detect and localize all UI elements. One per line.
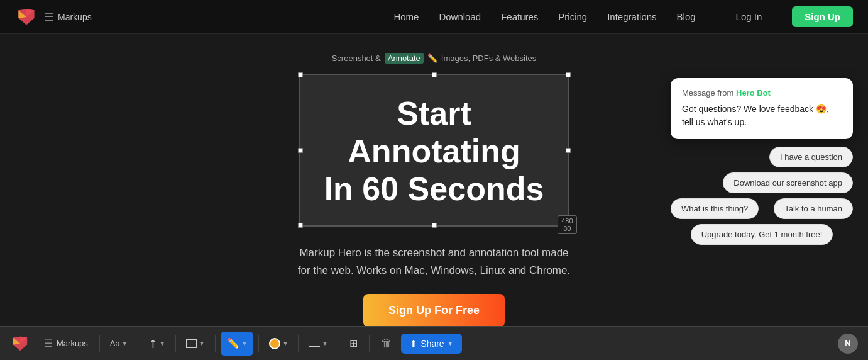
toolbar-crop-tool[interactable]: ⊞: [343, 332, 364, 356]
corner-handle-tr[interactable]: [566, 72, 571, 77]
nav-login[interactable]: Log In: [736, 11, 762, 22]
chat-header-prefix: Message from: [682, 88, 733, 98]
nav-blog[interactable]: Blog: [677, 11, 696, 22]
logo-text: ☰ Markups: [44, 10, 92, 24]
corner-handle-mr[interactable]: [566, 148, 571, 153]
chat-option-question[interactable]: I have a question: [769, 147, 853, 167]
toolbar-divider-8: [369, 335, 370, 352]
toolbar-line-tool[interactable]: ▼: [304, 332, 332, 356]
chat-options: I have a question Download our screensho…: [671, 147, 853, 245]
line-tool-dropdown-icon: ▼: [322, 340, 327, 347]
toolbar-markups-text: Markups: [57, 339, 88, 348]
nav-pricing[interactable]: Pricing: [558, 11, 587, 22]
chat-hero-bot-label: Hero Bot: [736, 88, 771, 98]
layers-icon: ☰: [44, 10, 54, 24]
pen-tool-dropdown-icon: ▼: [242, 340, 248, 347]
subtitle-after: Images, PDFs & Websites: [441, 53, 536, 63]
trash-icon: 🗑: [381, 337, 392, 350]
toolbar-divider-6: [298, 335, 299, 352]
toolbar-markups-label: ☰ Markups: [38, 337, 94, 349]
chat-option-download[interactable]: Download our screenshot app: [723, 172, 853, 193]
toolbar-divider-4: [215, 335, 216, 352]
corner-handle-tm[interactable]: [432, 72, 437, 77]
pencil-icon: ✏️: [427, 53, 437, 63]
corner-handle-bm[interactable]: [432, 223, 437, 228]
line-icon: [309, 346, 320, 347]
hero-box: Start Annotating In 60 Seconds 48080: [299, 74, 569, 227]
hero-title: Start Annotating In 60 Seconds: [316, 95, 553, 208]
corner-handle-ml[interactable]: [298, 148, 303, 153]
corner-handle-tl[interactable]: [298, 72, 303, 77]
pen-icon: ✏️: [227, 337, 239, 349]
share-label: Share: [420, 339, 444, 349]
toolbar-rect-tool[interactable]: ▼: [181, 332, 210, 356]
toolbar-divider-7: [338, 335, 338, 352]
nav-download[interactable]: Download: [439, 11, 481, 22]
arrow-icon: ↗: [145, 335, 161, 351]
rect-icon: [186, 339, 197, 348]
nav-features[interactable]: Features: [501, 11, 538, 22]
nav-signup-button[interactable]: Sign Up: [792, 6, 853, 27]
color-dot: [269, 338, 280, 349]
hero-description: Markup Hero is the screenshot and annota…: [296, 244, 573, 278]
corner-handle-bl[interactable]: [298, 223, 303, 228]
nav-integrations[interactable]: Integrations: [607, 11, 656, 22]
bottom-toolbar: ☰ Markups Aa ▼ ↗ ▼ ▼ ✏️ ▼ ▼ ▼ ⊞: [0, 326, 868, 360]
chat-message-text: Got questions? We love feedback 😍, tell …: [682, 103, 842, 129]
arrow-tool-dropdown-icon: ▼: [160, 340, 165, 347]
color-dropdown-icon: ▼: [282, 340, 288, 347]
toolbar-arrow-tool[interactable]: ↗ ▼: [143, 332, 170, 356]
navbar: ☰ Markups Home Download Features Pricing…: [0, 0, 868, 34]
user-avatar[interactable]: N: [838, 334, 858, 354]
toolbar-share-button[interactable]: ⬆ Share ▼: [401, 334, 461, 354]
crop-icon: ⊞: [349, 337, 358, 349]
chat-option-upgrade[interactable]: Upgrade today. Get 1 month free!: [691, 224, 833, 245]
share-icon: ⬆: [410, 339, 417, 349]
toolbar-divider-2: [138, 335, 138, 352]
hero-subtitle: Screenshot & Annotate ✏️ Images, PDFs & …: [332, 53, 537, 64]
resize-indicator: 48080: [558, 215, 576, 234]
chat-widget: Message from Hero Bot Got questions? We …: [671, 78, 853, 245]
toolbar-divider-5: [258, 335, 259, 352]
rect-tool-dropdown-icon: ▼: [199, 340, 205, 347]
logo-label: Markups: [58, 12, 92, 22]
toolbar-font-label: Aa: [110, 339, 120, 348]
toolbar-divider-1: [99, 335, 100, 352]
toolbar-font-arrow: ▼: [122, 340, 128, 347]
nav-home[interactable]: Home: [393, 11, 419, 22]
chat-option-human[interactable]: Talk to a human: [774, 198, 853, 219]
share-dropdown-icon: ▼: [448, 340, 453, 347]
logo-area: ☰ Markups: [15, 6, 92, 28]
chat-option-what[interactable]: What is this thing?: [671, 198, 759, 219]
subtitle-before: Screenshot &: [332, 53, 381, 63]
main-content: Screenshot & Annotate ✏️ Images, PDFs & …: [0, 34, 868, 342]
toolbar-pen-tool[interactable]: ✏️ ▼: [221, 332, 254, 356]
toolbar-delete-button[interactable]: 🗑: [375, 332, 398, 356]
chat-message-bubble: Message from Hero Bot Got questions? We …: [671, 78, 853, 139]
toolbar-logo-icon: [10, 334, 30, 354]
toolbar-color-picker[interactable]: ▼: [264, 332, 293, 356]
toolbar-layers-icon: ☰: [44, 337, 53, 349]
nav-links: Home Download Features Pricing Integrati…: [393, 6, 853, 27]
toolbar-divider-3: [175, 335, 176, 352]
toolbar-font-dropdown[interactable]: Aa ▼: [105, 332, 133, 356]
signup-cta-button[interactable]: Sign Up For Free: [363, 294, 505, 327]
subtitle-annotate: Annotate: [385, 53, 424, 64]
logo-icon: [15, 6, 38, 28]
chat-header: Message from Hero Bot: [682, 88, 842, 98]
